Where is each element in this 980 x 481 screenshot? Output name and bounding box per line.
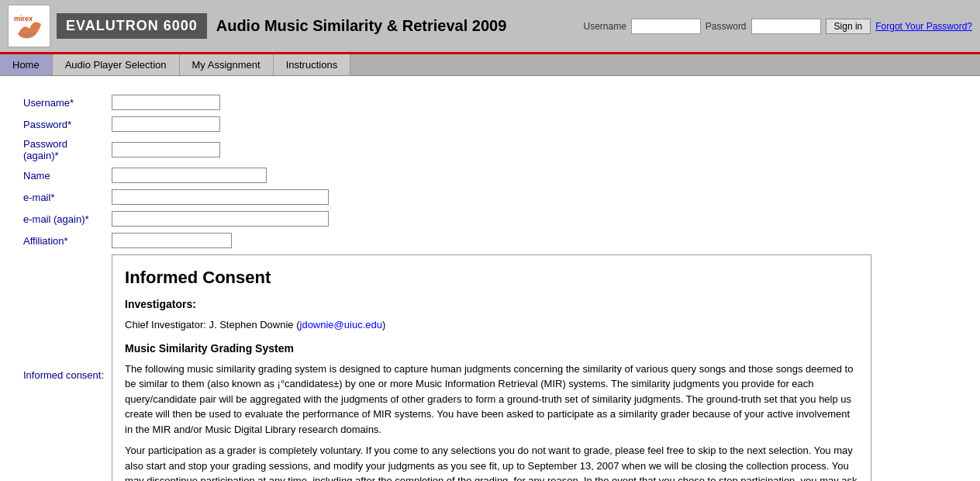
reg-username-input[interactable] xyxy=(112,95,220,110)
password-label: Password xyxy=(706,21,747,32)
password-again-row: Password (again)* xyxy=(23,135,878,164)
logo-area: mirex EVALUTRON 6000 xyxy=(8,5,207,47)
consent-box[interactable]: Informed Consent Investigators: Chief In… xyxy=(112,254,871,481)
header: mirex EVALUTRON 6000 Audio Music Similar… xyxy=(0,0,980,54)
password-row: Password* xyxy=(23,113,878,135)
app-title: Audio Music Similarity & Retrieval 2009 xyxy=(216,17,575,35)
username-label: Username xyxy=(584,21,626,32)
password-input[interactable] xyxy=(751,19,821,34)
signin-button[interactable]: Sign in xyxy=(826,19,871,34)
reg-password-again-input[interactable] xyxy=(112,142,220,157)
consent-paragraph-2: Your participation as a grader is comple… xyxy=(125,443,858,481)
consent-paragraph-1: The following music similarity grading s… xyxy=(125,362,858,438)
affiliation-row: Affiliation* xyxy=(23,230,878,251)
email-row: e-mail* xyxy=(23,186,878,208)
reg-email-input[interactable] xyxy=(112,189,329,205)
nav-audio-player[interactable]: Audio Player Selection xyxy=(53,54,180,75)
informed-consent-label: Informed consent: xyxy=(23,251,112,481)
reg-affiliation-input[interactable] xyxy=(112,233,232,248)
name-row: Name xyxy=(23,164,878,186)
affiliation-label: Affiliation* xyxy=(23,230,112,251)
username-row: Username* xyxy=(23,92,878,113)
auth-area: Username Password Sign in Forgot Your Pa… xyxy=(584,19,973,34)
navbar: Home Audio Player Selection My Assignmen… xyxy=(0,54,980,76)
consent-heading: Informed Consent xyxy=(125,265,858,290)
password-field-label: Password* xyxy=(23,113,112,135)
password-again-label: Password (again)* xyxy=(23,135,112,164)
reg-name-input[interactable] xyxy=(112,168,267,183)
reg-email-again-input[interactable] xyxy=(112,211,329,227)
email-field-label: e-mail* xyxy=(23,186,112,208)
main-content: Username* Password* Password (again)* Na… xyxy=(0,76,980,481)
music-similarity-heading: Music Similarity Grading System xyxy=(125,341,858,357)
chief-email-link[interactable]: jdownie@uiuc.edu xyxy=(300,319,382,330)
consent-row: Informed consent: Informed Consent Inves… xyxy=(23,251,878,481)
username-field-label: Username* xyxy=(23,92,112,113)
nav-instructions[interactable]: Instructions xyxy=(274,54,350,75)
email-again-row: e-mail (again)* xyxy=(23,208,878,230)
username-input[interactable] xyxy=(631,19,701,34)
email-again-label: e-mail (again)* xyxy=(23,208,112,230)
mirex-logo: mirex xyxy=(8,5,50,47)
chief-investigator-line: Chief Investigator: J. Stephen Downie (j… xyxy=(125,317,858,333)
nav-home[interactable]: Home xyxy=(0,54,53,75)
investigators-heading: Investigators: xyxy=(125,296,858,313)
forgot-password-link[interactable]: Forgot Your Password? xyxy=(875,21,972,32)
registration-form: Username* Password* Password (again)* Na… xyxy=(23,92,878,481)
svg-text:mirex: mirex xyxy=(14,15,33,22)
name-field-label: Name xyxy=(23,164,112,186)
evalutron-logo: EVALUTRON 6000 xyxy=(57,13,207,39)
nav-assignment[interactable]: My Assignment xyxy=(180,54,274,75)
reg-password-input[interactable] xyxy=(112,116,220,132)
svg-rect-0 xyxy=(10,7,49,46)
evalutron-text: EVALUTRON 6000 xyxy=(66,18,198,33)
